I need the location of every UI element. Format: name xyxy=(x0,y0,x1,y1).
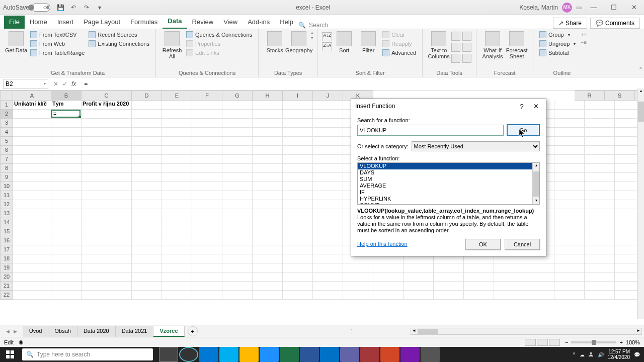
zoom-level[interactable]: 100% xyxy=(626,339,640,345)
existing-connections-button[interactable]: Existing Connections xyxy=(89,40,149,47)
file-explorer-icon[interactable] xyxy=(239,347,259,362)
tab-addins[interactable]: Add-ins xyxy=(243,16,275,29)
outlook-icon[interactable] xyxy=(320,347,339,362)
tab-home[interactable]: Home xyxy=(25,16,52,29)
edge-icon[interactable] xyxy=(199,347,218,362)
ungroup-button[interactable]: Ungroup▾ xyxy=(539,40,576,47)
sheet-tab-data2021[interactable]: Data 2021 xyxy=(116,326,154,337)
formula-input[interactable]: = xyxy=(81,80,644,87)
sheet-nav[interactable]: ◄► xyxy=(0,328,23,334)
zoom-out-icon[interactable]: − xyxy=(565,339,568,345)
filter-button[interactable]: Filter xyxy=(356,30,380,53)
user-area[interactable]: Kosela, Martin MK ▭ xyxy=(519,3,584,13)
what-if-button[interactable]: What-If Analysis xyxy=(480,30,505,59)
qat-more-icon[interactable]: ▾ xyxy=(96,4,104,11)
tell-me-search[interactable]: 🔍Search xyxy=(298,22,328,29)
zoom-control[interactable]: − + 100% xyxy=(565,339,640,345)
autosave-pill[interactable]: Off xyxy=(31,4,50,12)
tab-help[interactable]: Help xyxy=(275,16,298,29)
close-button[interactable]: ✕ xyxy=(624,0,644,15)
vertical-scrollbar[interactable]: ▴ xyxy=(637,88,644,319)
function-list[interactable]: VLOOKUP DAYS SUM AVERAGE IF HYPERLINK CO… xyxy=(357,162,540,205)
manage-data-model-icon[interactable] xyxy=(462,54,471,63)
add-sheet-button[interactable]: + xyxy=(188,326,198,336)
hide-detail-icon[interactable]: −≡ xyxy=(581,40,587,45)
system-tray[interactable]: ^ ☁ 🖧 🔊 12:57 PM12/4/2020 💬 xyxy=(573,349,644,360)
consolidate-icon[interactable] xyxy=(462,43,471,52)
teams-icon[interactable] xyxy=(340,347,359,362)
sort-desc-icon[interactable]: Z↓A xyxy=(322,42,332,51)
tray-chevron-icon[interactable]: ^ xyxy=(573,352,576,357)
go-button[interactable]: Go xyxy=(507,124,540,136)
advanced-button[interactable]: Advanced xyxy=(382,49,416,56)
enter-formula-icon[interactable]: ✓ xyxy=(62,80,67,87)
data-validation-icon[interactable] xyxy=(451,43,460,52)
task-view-icon[interactable] xyxy=(159,347,178,362)
clock[interactable]: 12:57 PM12/4/2020 xyxy=(608,349,630,360)
search-function-input[interactable] xyxy=(357,125,504,136)
worksheet-grid[interactable]: A B C DEF GHI JK RST 1234567891011121314… xyxy=(0,90,644,307)
powerpoint-icon[interactable] xyxy=(380,347,399,362)
list-scrollbar[interactable]: ▴▾ xyxy=(532,163,539,204)
skype-icon[interactable] xyxy=(219,347,238,362)
onenote-icon[interactable] xyxy=(400,347,420,362)
avatar[interactable]: MK xyxy=(562,3,572,13)
geography-button[interactable]: Geography xyxy=(287,30,311,53)
cells-area[interactable]: Unikátní klíčTýmProfit v říjnu 2020 xyxy=(13,101,644,300)
name-box[interactable]: B2▾ xyxy=(3,79,48,89)
tab-data[interactable]: Data xyxy=(163,15,187,29)
ribbon-options-icon[interactable]: ▭ xyxy=(576,4,582,11)
sheet-tab-data2020[interactable]: Data 2020 xyxy=(77,326,116,337)
dialog-close-button[interactable]: ✕ xyxy=(530,101,542,111)
network-icon[interactable]: 🖧 xyxy=(589,352,594,357)
stocks-button[interactable]: Stocks xyxy=(263,30,287,53)
list-item[interactable]: VLOOKUP xyxy=(358,163,539,169)
forecast-sheet-button[interactable]: Forecast Sheet xyxy=(505,30,529,59)
cancel-formula-icon[interactable]: ✕ xyxy=(53,80,58,87)
category-select[interactable]: Most Recently Used xyxy=(412,141,540,151)
save-icon[interactable]: 💾 xyxy=(56,4,64,11)
notifications-icon[interactable]: 💬 xyxy=(634,352,640,357)
maximize-button[interactable]: ☐ xyxy=(604,0,624,15)
from-web-button[interactable]: From Web xyxy=(30,40,85,47)
minimize-button[interactable]: — xyxy=(584,0,604,15)
list-item[interactable]: IF xyxy=(358,189,539,196)
from-text-csv-button[interactable]: From Text/CSV xyxy=(30,31,85,38)
sort-asc-icon[interactable]: A↓Z xyxy=(322,32,332,41)
autosave-toggle[interactable]: AutoSave Off xyxy=(0,4,53,12)
recent-sources-button[interactable]: Recent Sources xyxy=(89,31,149,38)
help-link[interactable]: Help on this function xyxy=(357,241,408,247)
zoom-slider[interactable] xyxy=(571,341,616,343)
refresh-all-button[interactable]: Refresh All xyxy=(160,30,184,59)
list-item[interactable]: HYPERLINK xyxy=(358,196,539,202)
onedrive-icon[interactable]: ☁ xyxy=(580,352,585,357)
sheet-tab-vzorce[interactable]: Vzorce xyxy=(153,326,184,337)
list-item[interactable]: COUNT xyxy=(358,202,539,205)
flash-fill-icon[interactable] xyxy=(451,32,460,41)
redo-icon[interactable]: ↷ xyxy=(83,4,91,11)
remove-duplicates-icon[interactable] xyxy=(462,32,471,41)
start-button[interactable] xyxy=(0,347,20,362)
tab-page-layout[interactable]: Page Layout xyxy=(78,16,125,29)
sheet-tab-obsah[interactable]: Obsah xyxy=(48,326,77,337)
zoom-in-icon[interactable]: + xyxy=(619,339,622,345)
ok-button[interactable]: OK xyxy=(465,239,501,250)
tab-view[interactable]: View xyxy=(218,16,243,29)
volume-icon[interactable]: 🔊 xyxy=(598,352,604,357)
word-icon[interactable] xyxy=(300,347,319,362)
undo-icon[interactable]: ↶ xyxy=(69,4,77,11)
list-item[interactable]: AVERAGE xyxy=(358,183,539,189)
text-to-columns-button[interactable]: Text to Columns xyxy=(427,30,451,59)
cancel-button[interactable]: Cancel xyxy=(505,239,540,250)
excel-icon[interactable] xyxy=(280,347,299,362)
share-button[interactable]: ↗Share xyxy=(553,18,587,29)
ie-icon[interactable] xyxy=(260,347,279,362)
list-item[interactable]: DAYS xyxy=(358,169,539,176)
comments-button[interactable]: 💬Comments xyxy=(590,18,640,29)
show-detail-icon[interactable]: +≡ xyxy=(581,32,587,38)
horizontal-scrollbar[interactable]: ◄► xyxy=(359,328,645,335)
row-headers[interactable]: 12345678910111213141516171819202122 xyxy=(0,101,13,300)
snip-icon[interactable] xyxy=(421,347,440,362)
select-all-button[interactable] xyxy=(0,90,13,101)
tab-review[interactable]: Review xyxy=(187,16,219,29)
